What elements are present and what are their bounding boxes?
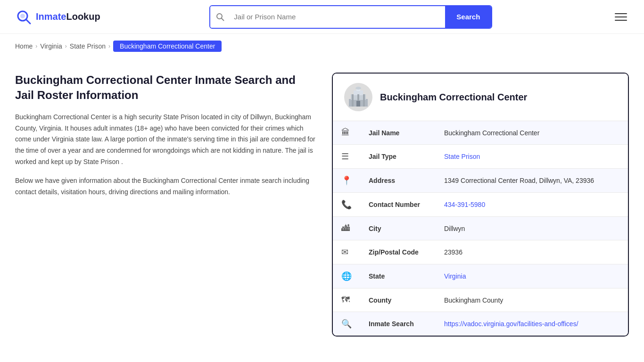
table-row: 🏙CityDillwyn bbox=[333, 217, 628, 240]
search-input[interactable] bbox=[230, 6, 445, 28]
row-icon: ☰ bbox=[333, 145, 360, 169]
table-row: 📞Contact Number434-391-5980 bbox=[333, 193, 628, 217]
row-link[interactable]: 434-391-5980 bbox=[444, 201, 485, 208]
hamburger-menu-button[interactable] bbox=[613, 11, 629, 23]
table-row: ✉Zip/Postal Code23936 bbox=[333, 240, 628, 264]
table-row: 🌐StateVirginia bbox=[333, 264, 628, 288]
row-link[interactable]: Virginia bbox=[444, 272, 466, 280]
table-row: 🏛Jail NameBuckingham Correctional Center bbox=[333, 121, 628, 145]
breadcrumb-virginia[interactable]: Virginia bbox=[40, 42, 62, 50]
card-title: Buckingham Correctional Center bbox=[380, 92, 527, 103]
row-label: Address bbox=[360, 169, 436, 193]
row-value[interactable]: Virginia bbox=[436, 264, 628, 288]
row-label: Inmate Search bbox=[360, 312, 436, 336]
row-icon: 🗺 bbox=[333, 288, 360, 312]
row-icon: 🏛 bbox=[333, 121, 360, 145]
svg-rect-12 bbox=[356, 101, 360, 107]
row-label: State bbox=[360, 264, 436, 288]
info-card: Buckingham Correctional Center 🏛Jail Nam… bbox=[332, 73, 629, 337]
svg-rect-11 bbox=[363, 94, 365, 107]
row-value: Dillwyn bbox=[436, 217, 628, 240]
row-icon: 📍 bbox=[333, 169, 360, 193]
table-row: 📍Address1349 Correctional Center Road, D… bbox=[333, 169, 628, 193]
table-row: ☰Jail TypeState Prison bbox=[333, 145, 628, 169]
search-area: Search bbox=[209, 5, 492, 29]
row-value[interactable]: State Prison bbox=[436, 145, 628, 169]
main-content: Buckingham Correctional Center Inmate Se… bbox=[0, 58, 644, 355]
left-column: Buckingham Correctional Center Inmate Se… bbox=[15, 73, 317, 337]
search-icon bbox=[216, 13, 224, 21]
row-value: 23936 bbox=[436, 240, 628, 264]
row-icon: ✉ bbox=[333, 240, 360, 264]
facility-building-icon bbox=[347, 86, 370, 108]
row-value: 1349 Correctional Center Road, Dillwyn, … bbox=[436, 169, 628, 193]
logo-icon bbox=[15, 8, 32, 25]
page-heading: Buckingham Correctional Center Inmate Se… bbox=[15, 73, 317, 103]
row-label: Jail Type bbox=[360, 145, 436, 169]
svg-rect-9 bbox=[352, 94, 354, 107]
facility-avatar bbox=[344, 83, 372, 111]
row-link[interactable]: https://vadoc.virginia.gov/facilities-an… bbox=[444, 320, 578, 328]
description-paragraph-1: Buckingham Correctional Center is a high… bbox=[15, 112, 317, 168]
search-wrapper: Search bbox=[209, 5, 492, 29]
table-row: 🗺CountyBuckingham County bbox=[333, 288, 628, 312]
logo[interactable]: InmateLookup bbox=[15, 8, 100, 25]
card-header: Buckingham Correctional Center bbox=[333, 74, 628, 121]
breadcrumb-chevron-2: › bbox=[65, 43, 67, 49]
description-paragraph-2: Below we have given information about th… bbox=[15, 175, 317, 198]
row-label: County bbox=[360, 288, 436, 312]
svg-line-4 bbox=[222, 18, 224, 20]
row-icon: 🔍 bbox=[333, 312, 360, 336]
header: InmateLookup Search bbox=[0, 0, 644, 34]
hamburger-line-2 bbox=[615, 16, 627, 17]
row-link[interactable]: State Prison bbox=[444, 153, 480, 160]
search-icon-wrap bbox=[210, 6, 230, 28]
search-button[interactable]: Search bbox=[445, 6, 491, 28]
row-label: Jail Name bbox=[360, 121, 436, 145]
row-icon: 🌐 bbox=[333, 264, 360, 288]
row-icon: 📞 bbox=[333, 193, 360, 217]
right-column: Buckingham Correctional Center 🏛Jail Nam… bbox=[332, 73, 629, 337]
hamburger-line-1 bbox=[615, 13, 627, 14]
breadcrumb-chevron-1: › bbox=[35, 43, 37, 49]
row-label: Zip/Postal Code bbox=[360, 240, 436, 264]
breadcrumb-state-prison[interactable]: State Prison bbox=[70, 42, 106, 50]
row-value[interactable]: https://vadoc.virginia.gov/facilities-an… bbox=[436, 312, 628, 336]
row-value: Buckingham County bbox=[436, 288, 628, 312]
row-label: City bbox=[360, 217, 436, 240]
breadcrumb-active: Buckingham Correctional Center bbox=[113, 41, 222, 52]
svg-line-1 bbox=[26, 19, 30, 24]
svg-point-13 bbox=[355, 87, 361, 90]
svg-point-2 bbox=[20, 14, 25, 18]
breadcrumb-home[interactable]: Home bbox=[15, 42, 33, 50]
breadcrumb: Home › Virginia › State Prison › Bucking… bbox=[0, 34, 644, 58]
hamburger-line-3 bbox=[615, 20, 627, 21]
row-icon: 🏙 bbox=[333, 217, 360, 240]
info-table: 🏛Jail NameBuckingham Correctional Center… bbox=[333, 121, 628, 336]
row-value[interactable]: 434-391-5980 bbox=[436, 193, 628, 217]
breadcrumb-chevron-3: › bbox=[108, 43, 110, 49]
logo-text: InmateLookup bbox=[36, 11, 100, 22]
row-value: Buckingham Correctional Center bbox=[436, 121, 628, 145]
table-row: 🔍Inmate Searchhttps://vadoc.virginia.gov… bbox=[333, 312, 628, 336]
row-label: Contact Number bbox=[360, 193, 436, 217]
